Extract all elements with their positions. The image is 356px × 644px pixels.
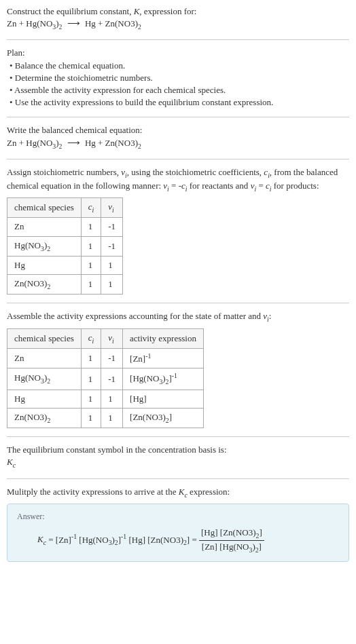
col-expr: activity expression [123,328,204,348]
symbol-line2: Kc [7,456,349,470]
answer-fraction: [Hg] [Zn(NO3)2] [Zn] [Hg(NO3)2] [199,527,264,554]
table-row: Zn(NO3)2 1 1 [Zn(NO3)2] [7,409,204,428]
activity-section: Assemble the activity expressions accoun… [7,310,349,428]
divider [7,39,349,40]
stoich-table: chemical species ci νi Zn 1 -1 Hg(NO3)2 … [7,197,123,295]
divider [7,436,349,437]
cell-v: 1 [101,390,123,408]
plan-section: Plan: • Balance the chemical equation. •… [7,47,349,109]
answer-label: Answer: [17,511,339,523]
table-header-row: chemical species ci νi [7,198,123,218]
plan-heading: Plan: [7,47,349,59]
divider [7,303,349,303]
answer-box: Answer: Kc = [Zn]-1 [Hg(NO3)2]-1 [Hg] [Z… [7,504,349,562]
cell-c: 1 [81,390,101,408]
col-vi: νi [101,198,123,218]
stoich-section: Assign stoichiometric numbers, νi, using… [7,166,349,295]
table-header-row: chemical species ci νi activity expressi… [7,328,204,348]
divider [7,159,349,159]
activity-text: Assemble the activity expressions accoun… [7,310,349,324]
cell-v: 1 [101,256,123,274]
plan-item: • Assemble the activity expression for e… [10,84,349,96]
cell-v: -1 [101,236,123,256]
cell-c: 1 [81,218,101,236]
cell-v: 1 [101,409,123,428]
balanced-section: Write the balanced chemical equation: Zn… [7,124,349,150]
cell-species: Zn(NO3)2 [7,409,82,428]
cell-species: Zn(NO3)2 [7,275,82,295]
intro-line1: Construct the equilibrium constant, K, e… [7,5,349,18]
col-ci: ci [81,328,101,348]
divider [7,478,349,479]
col-vi: νi [101,328,123,348]
cell-species: Hg(NO3)2 [7,368,82,390]
cell-c: 1 [81,256,101,274]
symbol-line1: The equilibrium constant symbol in the c… [7,444,349,456]
col-species: chemical species [7,328,82,348]
plan-item: • Use the activity expressions to build … [10,96,349,109]
cell-expr: [Hg(NO3)2]-1 [123,368,204,390]
balanced-equation: Zn + Hg(NO3)2 ⟶ Hg + Zn(NO3)2 [7,137,349,151]
intro-section: Construct the equilibrium constant, K, e… [7,5,349,31]
cell-expr: [Zn(NO3)2] [123,409,204,428]
symbol-section: The equilibrium constant symbol in the c… [7,444,349,470]
table-row: Hg(NO3)2 1 -1 [7,236,123,256]
intro-equation: Zn + Hg(NO3)2 ⟶ Hg + Zn(NO3)2 [7,18,349,31]
answer-expression: Kc = [Zn]-1 [Hg(NO3)2]-1 [Hg] [Zn(NO3)2]… [17,527,339,554]
col-species: chemical species [7,198,82,218]
cell-expr: [Zn]-1 [123,348,204,368]
plan-item: • Balance the chemical equation. [10,60,349,72]
table-row: Hg 1 1 [Hg] [7,390,204,408]
cell-species: Hg(NO3)2 [7,236,82,256]
divider [7,117,349,117]
answer-numerator: [Hg] [Zn(NO3)2] [199,527,264,541]
table-row: Hg 1 1 [7,256,123,274]
cell-c: 1 [81,409,101,428]
cell-expr: [Hg] [123,390,204,408]
cell-v: -1 [101,368,123,390]
plan-item: • Determine the stoichiometric numbers. [10,72,349,84]
table-row: Hg(NO3)2 1 -1 [Hg(NO3)2]-1 [7,368,204,390]
multiply-section: Mulitply the activity expressions to arr… [7,486,349,563]
cell-v: 1 [101,275,123,295]
cell-species: Zn [7,218,82,236]
cell-c: 1 [81,236,101,256]
cell-species: Zn [7,348,82,368]
table-row: Zn 1 -1 [Zn]-1 [7,348,204,368]
table-row: Zn(NO3)2 1 1 [7,275,123,295]
table-row: Zn 1 -1 [7,218,123,236]
multiply-text: Mulitply the activity expressions to arr… [7,486,349,499]
col-ci: ci [81,198,101,218]
cell-c: 1 [81,368,101,390]
cell-species: Hg [7,390,82,408]
balanced-heading: Write the balanced chemical equation: [7,124,349,136]
cell-v: -1 [101,348,123,368]
cell-v: -1 [101,218,123,236]
cell-c: 1 [81,348,101,368]
cell-c: 1 [81,275,101,295]
stoich-text: Assign stoichiometric numbers, νi, using… [7,166,349,193]
activity-table: chemical species ci νi activity expressi… [7,328,204,429]
plan-list: • Balance the chemical equation. • Deter… [7,60,349,109]
cell-species: Hg [7,256,82,274]
answer-denominator: [Zn] [Hg(NO3)2] [199,541,264,554]
